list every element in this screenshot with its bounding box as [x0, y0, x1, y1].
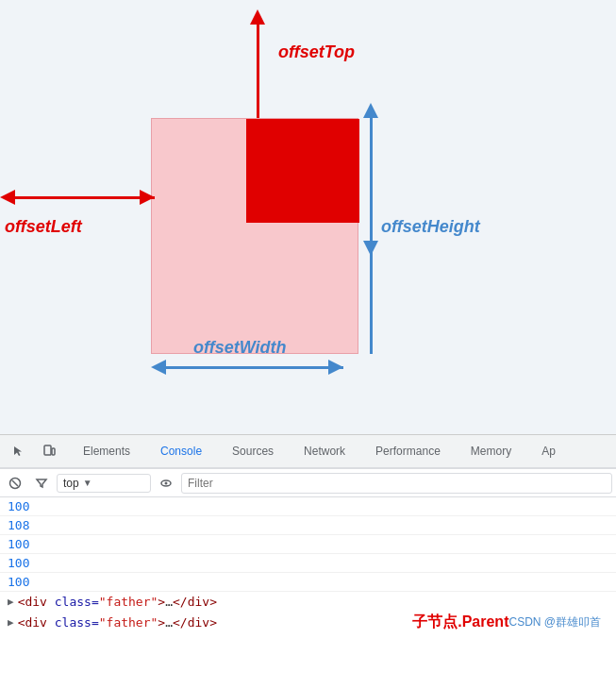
- tab-performance[interactable]: Performance: [360, 435, 456, 469]
- chevron-down-icon: ▼: [83, 478, 92, 488]
- offset-top-label: offsetTop: [278, 42, 355, 62]
- console-line-3: 100: [0, 535, 616, 554]
- device-icon-btn[interactable]: [36, 438, 62, 464]
- offset-height-label: offsetHeight: [381, 217, 480, 237]
- console-html-line-2: ▶ <div class="father">…</div>: [8, 613, 393, 632]
- console-line-4: 100: [0, 554, 616, 573]
- tab-console[interactable]: Console: [145, 435, 217, 469]
- console-toolbar: top ▼: [0, 469, 616, 497]
- console-line-5: 100: [0, 573, 616, 592]
- offset-width-label: offsetWidth: [193, 338, 287, 358]
- cursor-icon-btn[interactable]: [6, 438, 32, 464]
- parent-box: [151, 118, 358, 354]
- expand-arrow-2[interactable]: ▶: [8, 616, 14, 629]
- child-box: [246, 119, 359, 223]
- svg-rect-0: [44, 445, 51, 455]
- devtools-panel: Elements Console Sources Network Perform…: [0, 434, 616, 689]
- svg-point-5: [165, 481, 168, 484]
- tab-memory[interactable]: Memory: [456, 435, 526, 469]
- tab-elements[interactable]: Elements: [68, 435, 145, 469]
- console-html-line-2-row: ▶ <div class="father">…</div> 子节点.Parent…: [0, 611, 616, 634]
- child-label: 子节点.Parent: [412, 613, 508, 632]
- filter-icon-btn[interactable]: [30, 472, 53, 495]
- console-line-1: 100: [0, 497, 616, 516]
- clear-console-btn[interactable]: [4, 472, 26, 495]
- svg-line-3: [12, 480, 18, 486]
- devtools-tabs: Elements Console Sources Network Perform…: [0, 435, 616, 469]
- tab-network[interactable]: Network: [289, 435, 360, 469]
- console-html-line-1: ▶ <div class="father">…</div>: [0, 592, 616, 611]
- csdn-label: CSDN @群雄叩首: [508, 614, 601, 630]
- offset-left-label: offsetLeft: [5, 217, 82, 237]
- context-selector[interactable]: top ▼: [57, 474, 151, 493]
- console-output: 100 108 100 100 100 ▶ <div class="father…: [0, 497, 616, 689]
- tab-sources[interactable]: Sources: [217, 435, 289, 469]
- console-line-2: 108: [0, 516, 616, 535]
- expand-arrow-1[interactable]: ▶: [8, 596, 14, 608]
- diagram-area: offsetTop offsetLeft offsetHeight offset…: [0, 0, 616, 434]
- tab-application[interactable]: Ap: [526, 435, 571, 469]
- eye-icon-btn[interactable]: [155, 472, 177, 495]
- svg-rect-1: [52, 448, 55, 455]
- filter-input[interactable]: [181, 473, 612, 494]
